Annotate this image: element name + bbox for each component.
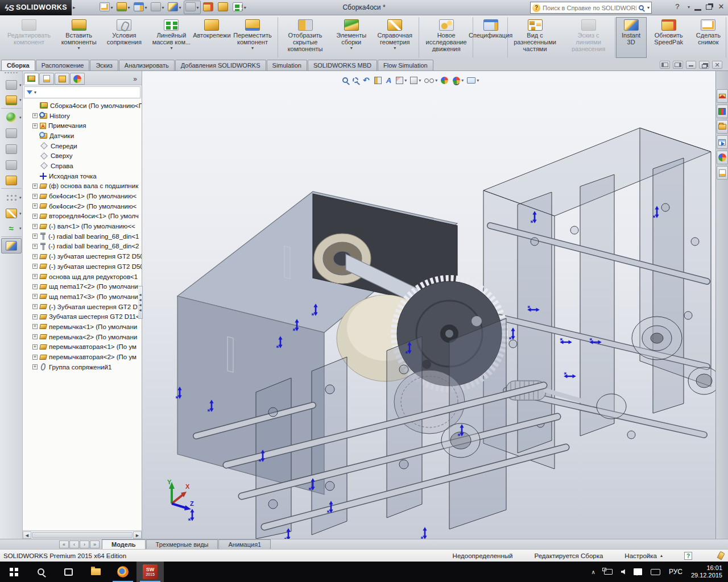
ribbon-button[interactable]: Сделать снимок xyxy=(690,17,726,58)
network-icon[interactable] xyxy=(604,569,613,575)
clock[interactable]: 16:01 29.12.2015 xyxy=(691,564,722,579)
dropdown-caret-icon[interactable]: ▾ xyxy=(162,5,164,10)
document-tab[interactable]: Модель xyxy=(102,539,146,549)
dropdown-caret-icon[interactable]: ▾ xyxy=(111,5,113,10)
notifications-icon[interactable] xyxy=(634,568,642,575)
feature-tree-item[interactable]: + бок4оси<1> (По умолчанию< xyxy=(23,191,142,201)
tool-component-pattern-icon[interactable]: ▾ xyxy=(1,190,22,205)
scroll-right-icon[interactable]: ► xyxy=(133,531,142,539)
tool-edit-appearance-icon[interactable]: ▾ xyxy=(1,110,22,125)
task-scheduler-icon[interactable]: ▾ xyxy=(231,1,247,14)
hide-show-items-icon[interactable]: ▾ xyxy=(424,78,437,83)
expand-toggle-icon[interactable]: + xyxy=(32,203,38,209)
feature-tree-item[interactable]: + перемычка<1> (По умолчани xyxy=(23,322,142,332)
expand-toggle-icon[interactable]: + xyxy=(32,334,38,339)
document-tab[interactable]: Трехмерные виды xyxy=(146,539,218,549)
dropdown-caret-icon[interactable]: ▾ xyxy=(197,5,199,10)
new-file-icon[interactable]: ▾ xyxy=(98,1,114,14)
search-caret-icon[interactable]: ▾ xyxy=(647,5,650,10)
feature-tree-item[interactable]: + (-) radial ball bearing_68_din<2 xyxy=(23,242,142,252)
dropdown-caret-icon[interactable]: ▾ xyxy=(394,45,396,51)
feature-tree-item[interactable]: + (-) Зубчатая шестерня GT2 D1 xyxy=(23,302,142,312)
feature-tree-item[interactable]: + основа шд для редукторов<1 xyxy=(23,272,142,282)
tree-filter[interactable]: ▾ xyxy=(24,86,140,98)
minimize-button[interactable] xyxy=(694,9,701,11)
dropdown-caret-icon[interactable]: ▾ xyxy=(419,78,421,83)
ribbon-tab[interactable]: Сборка xyxy=(1,60,35,70)
view-settings-icon[interactable]: ▾ xyxy=(467,77,479,84)
feature-tree-item[interactable]: + (-) вал<1> (По умолчанию<< xyxy=(23,221,142,231)
feature-tree-item[interactable]: + (-) radial ball bearing_68_din<1 xyxy=(23,231,142,242)
dropdown-caret-icon[interactable]: ▾ xyxy=(78,45,80,51)
expand-toggle-icon[interactable]: + xyxy=(32,224,38,229)
search-input[interactable] xyxy=(543,5,636,11)
ribbon-button[interactable]: Переместить компонент ▾ xyxy=(227,17,278,58)
ribbon-tab[interactable]: Расположение xyxy=(36,60,90,70)
graphics-viewport[interactable]: ↶ A ▾ xyxy=(142,71,715,539)
ribbon-tab[interactable]: Flow Simulation xyxy=(378,60,433,70)
expand-toggle-icon[interactable]: + xyxy=(32,324,38,329)
taskbar-search-button[interactable] xyxy=(27,562,55,582)
annotation-view-icon[interactable]: A xyxy=(386,76,392,85)
ribbon-button[interactable]: Линейный массив ком... ▾ xyxy=(146,17,196,58)
design-library-icon[interactable] xyxy=(717,105,728,118)
feature-tree-item[interactable]: + (ф) основа вала с подшипник xyxy=(23,181,142,192)
ribbon-button[interactable]: Новое исследование движения xyxy=(420,17,473,58)
tray-expand-icon[interactable]: ∧ xyxy=(592,569,595,575)
rebuild-traffic-light-icon[interactable] xyxy=(202,1,216,14)
dropdown-caret-icon[interactable]: ▾ xyxy=(170,45,172,51)
scroll-left-icon[interactable]: ◄ xyxy=(23,531,31,539)
collapse-pane-right-icon[interactable] xyxy=(673,61,683,69)
ribbon-button[interactable]: Отобразить скрытые компоненты xyxy=(279,17,332,58)
feature-tree-item[interactable]: + шд nema17<2> (По умолчани xyxy=(23,281,142,292)
expand-toggle-icon[interactable]: + xyxy=(32,244,38,249)
edit-appearance-icon[interactable] xyxy=(441,77,449,84)
tag-icon[interactable] xyxy=(717,551,725,560)
dropdown-caret-icon[interactable]: ▾ xyxy=(19,226,22,231)
tool-smart-fasteners-icon[interactable] xyxy=(1,173,22,189)
configurationmanager-tab-icon[interactable] xyxy=(55,73,69,85)
save-icon[interactable]: ▾ xyxy=(133,1,148,14)
dropdown-caret-icon[interactable]: ▾ xyxy=(19,211,22,216)
apply-scene-icon[interactable]: ▾ xyxy=(453,77,464,84)
print-icon[interactable]: ▾ xyxy=(150,1,166,14)
help-caret-icon[interactable]: ▾ xyxy=(688,5,690,10)
previous-view-icon[interactable]: ↶ xyxy=(363,76,371,84)
dropdown-caret-icon[interactable]: ▾ xyxy=(179,5,181,10)
ribbon-button[interactable]: Автокрепежи xyxy=(196,17,227,58)
last-tab-button[interactable]: » xyxy=(90,541,100,548)
tool-hidden-components-icon[interactable] xyxy=(1,142,22,157)
display-style-icon[interactable]: ▾ xyxy=(410,77,421,84)
expand-toggle-icon[interactable]: + xyxy=(32,113,38,118)
keyboard-icon[interactable] xyxy=(651,569,660,575)
expand-toggle-icon[interactable]: + xyxy=(32,214,38,219)
ribbon-button[interactable]: Редактировать компонент xyxy=(2,17,56,58)
feature-tree-item[interactable]: + Группа сопряжений1 xyxy=(23,362,142,372)
dropdown-caret-icon[interactable]: ▾ xyxy=(244,5,246,10)
select-cursor-icon[interactable]: ▾ xyxy=(184,1,201,14)
feature-tree-item[interactable]: + History xyxy=(23,111,142,121)
filter-caret-icon[interactable]: ▾ xyxy=(34,90,36,95)
ribbon-button[interactable]: Элементы сборки ▾ xyxy=(332,17,371,58)
ribbon-button[interactable]: Условия сопряжения xyxy=(102,17,146,58)
tree-horizontal-scrollbar[interactable]: ◄ ► xyxy=(23,530,142,539)
dropdown-caret-icon[interactable]: ▾ xyxy=(19,83,22,88)
feature-tree-item[interactable]: Сверху xyxy=(23,151,142,161)
language-indicator[interactable]: РУС xyxy=(669,568,682,576)
dropdown-caret-icon[interactable]: ▾ xyxy=(19,115,22,120)
expand-toggle-icon[interactable]: + xyxy=(32,264,38,269)
firefox-button[interactable] xyxy=(109,562,136,582)
tool-instant3d-icon[interactable] xyxy=(1,238,22,253)
quick-tips-icon[interactable]: ? xyxy=(684,552,692,560)
solidworks-taskbar-button[interactable]: SW 2015 xyxy=(136,562,164,582)
ribbon-tab[interactable]: Эскиз xyxy=(90,60,118,70)
document-tab[interactable]: Анимация1 xyxy=(218,539,271,549)
toolbar-drag-handle[interactable] xyxy=(4,72,19,74)
dropdown-caret-icon[interactable]: ▾ xyxy=(19,98,22,102)
feature-tree-item[interactable]: + перемычка<2> (По умолчани xyxy=(23,332,142,342)
expand-toggle-icon[interactable]: + xyxy=(32,344,38,350)
first-tab-button[interactable]: « xyxy=(59,541,69,548)
next-tab-button[interactable]: › xyxy=(80,541,89,548)
ribbon-tab[interactable]: Анализировать xyxy=(119,60,175,70)
help-search-box[interactable]: ? ▾ xyxy=(530,2,652,14)
